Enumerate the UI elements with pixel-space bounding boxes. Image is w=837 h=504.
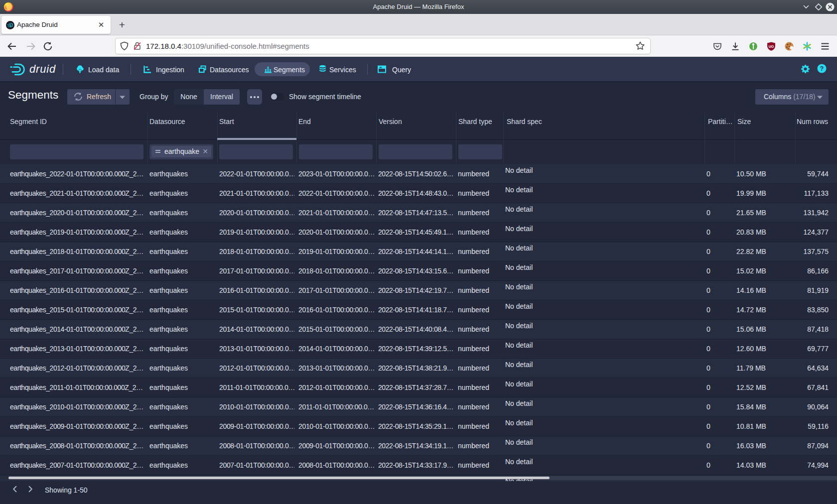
svg-text:?: ? (820, 65, 824, 72)
svg-text:UO: UO (769, 45, 774, 48)
